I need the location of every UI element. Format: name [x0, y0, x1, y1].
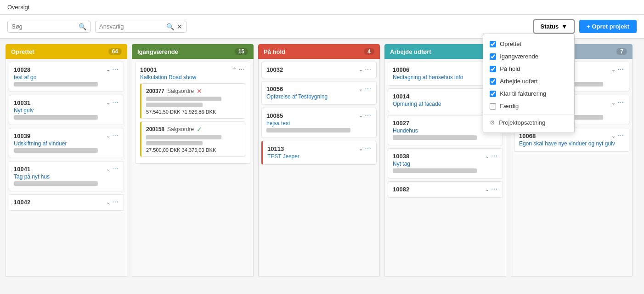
card-id: 10068	[519, 133, 536, 139]
search-icon[interactable]: 🔍	[79, 23, 86, 30]
dropdown-item-pahold[interactable]: På hold	[483, 63, 574, 75]
card-id: 10039	[14, 133, 30, 139]
more-options-icon[interactable]: ⋯	[365, 112, 372, 119]
chevron-down-icon[interactable]: ⌄	[485, 153, 489, 159]
card-title: Nyt tag	[393, 161, 498, 167]
dropdown-label-pahold: På hold	[500, 65, 520, 72]
chevron-down-icon: ▼	[561, 23, 567, 30]
column-label-oprettet: Oprettet	[11, 48, 34, 55]
search-input[interactable]	[11, 23, 76, 30]
card-subtitle	[14, 148, 98, 153]
column-count-klar: 7	[616, 48, 627, 55]
card-10113: 10113 ⌄ ⋯ TEST Jesper	[261, 141, 377, 165]
search-box: 🔍	[7, 21, 90, 33]
card-title: Opførelse af Testbygning	[266, 93, 372, 100]
more-options-icon[interactable]: ⋯	[617, 99, 624, 106]
card-title: Nedtagning af hønsehus info	[393, 74, 498, 81]
checkbox-faerdig[interactable]	[490, 103, 496, 110]
dropdown-divider	[483, 114, 574, 115]
more-options-icon[interactable]: ⋯	[617, 132, 624, 139]
salgsordre-200377: 200377 Salgsordre ✕ 57.541,50 DKK 71.926…	[140, 83, 245, 119]
create-project-button[interactable]: + Opret projekt	[579, 20, 637, 33]
checkbox-pahold[interactable]	[490, 66, 496, 72]
chevron-down-icon[interactable]: ⌄	[106, 67, 110, 73]
blurred-line-2	[146, 141, 203, 145]
status-dropdown: Oprettet Igangværende På hold Arbejde ud…	[483, 34, 575, 133]
card-10039: 10039 ⌄ ⋯ Udskiftning af vinduer	[9, 128, 124, 158]
dropdown-item-igangvaerende[interactable]: Igangværende	[483, 50, 574, 63]
column-count-oprettet: 64	[108, 48, 122, 55]
blurred-line-1	[146, 135, 221, 139]
chevron-down-icon[interactable]: ⌄	[611, 67, 616, 73]
more-options-icon[interactable]: ⋯	[365, 145, 372, 152]
card-id: 10085	[266, 112, 283, 119]
chevron-down-icon[interactable]: ⌄	[359, 67, 363, 73]
checkbox-oprettet[interactable]	[490, 41, 496, 47]
more-options-icon[interactable]: ⋯	[112, 66, 119, 73]
card-title: Opmuring af facade	[393, 101, 498, 107]
column-oprettet: Oprettet 64 10028 ⌄ ⋯ test af go 10031	[6, 44, 127, 277]
checkbox-igangvaerende[interactable]	[490, 53, 496, 60]
dropdown-item-arbejde[interactable]: Arbejde udført	[483, 75, 574, 87]
card-title: Udskiftning af vinduer	[14, 140, 119, 147]
card-subtitle	[393, 135, 477, 140]
salgsordre-x-icon[interactable]: ✕	[197, 87, 202, 95]
checkbox-arbejde[interactable]	[490, 78, 496, 85]
card-title: Hundehus	[393, 127, 498, 134]
salgsordre-amounts: 27.500,00 DKK 34.375,00 DKK	[146, 147, 240, 153]
column-header-oprettet: Oprettet 64	[6, 44, 127, 59]
checkbox-klar[interactable]	[490, 91, 496, 97]
more-options-icon[interactable]: ⋯	[491, 152, 498, 160]
more-options-icon[interactable]: ⋯	[365, 66, 372, 73]
ansvarlig-clear-icon[interactable]: ✕	[177, 23, 182, 30]
chevron-down-icon[interactable]: ⌄	[359, 146, 363, 152]
more-options-icon[interactable]: ⋯	[365, 85, 372, 92]
toolbar: 🔍 🔍 ✕ Status ▼ Oprettet Igangværende På …	[0, 15, 644, 39]
chevron-down-icon[interactable]: ⌄	[611, 100, 616, 106]
card-id: 10028	[14, 66, 30, 73]
top-bar: Oversigt	[0, 0, 644, 15]
dropdown-item-klar[interactable]: Klar til fakturering	[483, 87, 574, 100]
chevron-down-icon[interactable]: ⌄	[106, 100, 110, 106]
more-options-icon[interactable]: ⋯	[617, 66, 624, 73]
chevron-down-icon[interactable]: ⌄	[485, 186, 489, 192]
ansvarlig-search-icon[interactable]: 🔍	[166, 23, 174, 30]
card-10032: 10032 ⌄ ⋯	[261, 62, 377, 78]
chevron-down-icon[interactable]: ⌄	[359, 113, 363, 119]
dropdown-item-faerdig[interactable]: Færdig	[483, 100, 574, 112]
card-10038: 10038 ⌄ ⋯ Nyt tag	[388, 148, 503, 179]
more-options-icon[interactable]: ⋯	[238, 66, 245, 73]
ansvarlig-input[interactable]	[99, 23, 164, 30]
more-options-icon[interactable]: ⋯	[112, 198, 119, 206]
status-button[interactable]: Status ▼	[533, 19, 575, 34]
salgsordre-type: Salgsordre	[167, 88, 194, 94]
more-options-icon[interactable]: ⋯	[112, 132, 119, 139]
more-options-icon[interactable]: ⋯	[491, 185, 498, 193]
column-count-igangvaerende: 15	[235, 48, 248, 55]
chevron-down-icon[interactable]: ⌄	[359, 86, 363, 92]
dropdown-settings[interactable]: ⚙ Projektopsætning	[483, 116, 574, 129]
salgsordre-id: 200377	[146, 88, 164, 94]
card-id: 10038	[393, 153, 409, 160]
more-options-icon[interactable]: ⋯	[112, 165, 119, 173]
card-title: Egon skal have nye vinduer og nyt gulv	[519, 140, 624, 147]
create-label: + Opret projekt	[587, 23, 629, 30]
column-body-pahold: 10032 ⌄ ⋯ 10056 ⌄ ⋯ Opførelse af Testbyg…	[258, 59, 380, 277]
chevron-down-icon[interactable]: ⌄	[106, 199, 110, 205]
salgsordre-check-icon: ✓	[197, 126, 202, 133]
blurred-line-1	[146, 97, 221, 101]
card-id: 10113	[267, 145, 284, 152]
card-id: 10001	[140, 66, 157, 73]
more-options-icon[interactable]: ⋯	[112, 99, 119, 106]
chevron-down-icon[interactable]: ⌄	[106, 166, 110, 172]
card-10028: 10028 ⌄ ⋯ test af go	[9, 62, 124, 92]
card-id: 10027	[393, 120, 409, 127]
chevron-down-icon[interactable]: ⌄	[611, 133, 616, 139]
card-10082: 10082 ⌄ ⋯	[388, 181, 503, 198]
chevron-up-icon[interactable]: ⌃	[232, 67, 237, 73]
card-subtitle	[266, 128, 350, 133]
dropdown-label-igangvaerende: Igangværende	[500, 53, 538, 60]
card-id: 10032	[266, 66, 283, 73]
dropdown-item-oprettet[interactable]: Oprettet	[483, 38, 574, 50]
chevron-down-icon[interactable]: ⌄	[106, 133, 110, 139]
